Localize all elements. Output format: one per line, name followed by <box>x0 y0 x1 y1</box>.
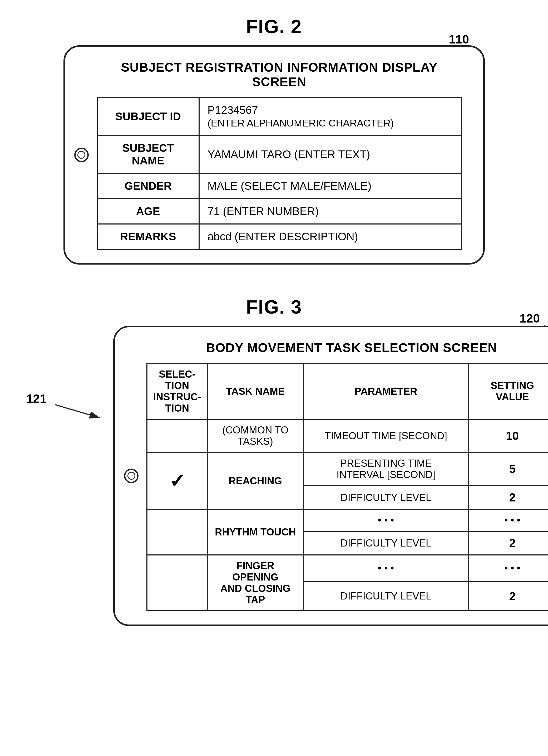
table-row: SUBJECT ID P1234567(ENTER ALPHANUMERIC C… <box>97 97 462 135</box>
table-header-row: SELEC-TIONINSTRUC-TION TASK NAME PARAMET… <box>147 363 548 419</box>
field-value-subject-id[interactable]: P1234567(ENTER ALPHANUMERIC CHARACTER) <box>199 97 461 135</box>
table-row-rhythm-1: RHYTHM TOUCH • • • • • • <box>147 509 548 531</box>
fig2-screen-title: SUBJECT REGISTRATION INFORMATION DISPLAY… <box>97 60 462 89</box>
tablet-home-button[interactable] <box>74 148 89 162</box>
tablet-button-inner <box>77 151 85 159</box>
task-selection-table: SELEC-TIONINSTRUC-TION TASK NAME PARAMET… <box>147 363 548 611</box>
task-name-rhythm: RHYTHM TOUCH <box>208 509 303 555</box>
table-row: SUBJECT NAME YAMAUMI TARO (ENTER TEXT) <box>97 135 462 173</box>
field-label-subject-name: SUBJECT NAME <box>97 135 199 173</box>
field-value-subject-name[interactable]: YAMAUMI TARO (ENTER TEXT) <box>199 135 461 173</box>
task-name-finger: FINGER OPENINGAND CLOSING TAP <box>208 555 303 611</box>
field-value-gender[interactable]: MALE (SELECT MALE/FEMALE) <box>199 173 461 199</box>
task-name-reaching: REACHING <box>208 452 303 509</box>
col-header-parameter: PARAMETER <box>303 363 468 419</box>
tablet-home-button-fig3[interactable] <box>124 469 139 483</box>
field-label-age: AGE <box>97 199 199 224</box>
ref-121: 121 <box>26 392 47 406</box>
table-row: REMARKS abcd (ENTER DESCRIPTION) <box>97 224 462 249</box>
value-rhythm-dots: • • • <box>468 509 548 531</box>
fig3-screen-title: BODY MOVEMENT TASK SELECTION SCREEN <box>147 340 548 355</box>
value-difficulty-finger: 2 <box>468 582 548 611</box>
col-header-task-name: TASK NAME <box>208 363 303 419</box>
ref-110: 110 <box>449 32 469 46</box>
tablet-button-inner-fig3 <box>128 472 135 480</box>
param-difficulty-rhythm: DIFFICULTY LEVEL <box>303 531 468 555</box>
value-timeout: 10 <box>468 419 548 452</box>
fig3-label: FIG. 3 <box>21 296 527 318</box>
task-name-common: (COMMON TO TASKS) <box>208 419 303 452</box>
registration-table: SUBJECT ID P1234567(ENTER ALPHANUMERIC C… <box>97 97 462 250</box>
value-presenting-time: 5 <box>468 452 548 486</box>
table-row-reaching-1: ✓ REACHING PRESENTING TIMEINTERVAL [SECO… <box>147 452 548 486</box>
col-header-selection: SELEC-TIONINSTRUC-TION <box>147 363 208 419</box>
value-difficulty-rhythm: 2 <box>468 531 548 555</box>
selection-finger[interactable] <box>147 555 208 611</box>
param-timeout: TIMEOUT TIME [SECOND] <box>303 419 468 452</box>
selection-reaching[interactable]: ✓ <box>147 452 208 509</box>
param-difficulty-reaching: DIFFICULTY LEVEL <box>303 486 468 509</box>
value-difficulty-reaching: 2 <box>468 486 548 509</box>
field-label-gender: GENDER <box>97 173 199 199</box>
value-finger-dots: • • • <box>468 555 548 582</box>
param-presenting-time: PRESENTING TIMEINTERVAL [SECOND] <box>303 452 468 486</box>
param-difficulty-finger: DIFFICULTY LEVEL <box>303 582 468 611</box>
table-row-common: (COMMON TO TASKS) TIMEOUT TIME [SECOND] … <box>147 419 548 452</box>
field-label-subject-id: SUBJECT ID <box>97 97 199 135</box>
selection-rhythm[interactable] <box>147 509 208 555</box>
tablet-fig2: SUBJECT REGISTRATION INFORMATION DISPLAY… <box>64 45 485 265</box>
param-finger-dots: • • • <box>303 555 468 582</box>
col-header-setting-value: SETTINGVALUE <box>468 363 548 419</box>
table-row: GENDER MALE (SELECT MALE/FEMALE) <box>97 173 462 199</box>
selection-common[interactable] <box>147 419 208 452</box>
field-value-age[interactable]: 71 (ENTER NUMBER) <box>199 199 461 224</box>
param-rhythm-dots: • • • <box>303 509 468 531</box>
table-row-finger-1: FINGER OPENINGAND CLOSING TAP • • • • • … <box>147 555 548 582</box>
field-label-remarks: REMARKS <box>97 224 199 249</box>
table-row: AGE 71 (ENTER NUMBER) <box>97 199 462 224</box>
tablet-fig3: BODY MOVEMENT TASK SELECTION SCREEN SELE… <box>113 326 548 626</box>
field-value-remarks[interactable]: abcd (ENTER DESCRIPTION) <box>199 224 461 249</box>
